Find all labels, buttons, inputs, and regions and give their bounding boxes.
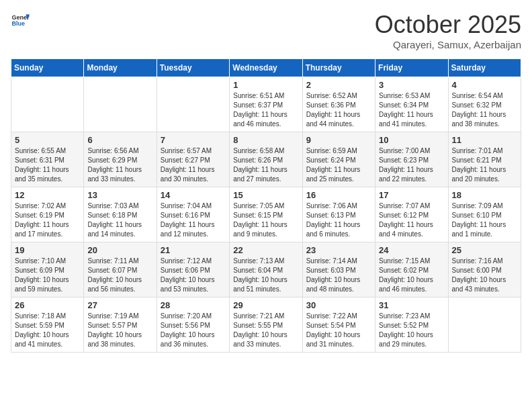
day-number: 24 — [379, 245, 444, 255]
day-of-week-header: Friday — [375, 59, 448, 77]
month-title: October 2025 — [375, 11, 521, 39]
day-info: Sunrise: 7:20 AM Sunset: 5:56 PM Dayligh… — [161, 312, 226, 349]
calendar-cell: 1Sunrise: 6:51 AM Sunset: 6:37 PM Daylig… — [230, 77, 302, 132]
day-info: Sunrise: 7:13 AM Sunset: 6:04 PM Dayligh… — [233, 257, 298, 294]
day-info: Sunrise: 7:11 AM Sunset: 6:07 PM Dayligh… — [87, 257, 152, 294]
calendar-cell: 13Sunrise: 7:03 AM Sunset: 6:18 PM Dayli… — [84, 187, 157, 242]
day-info: Sunrise: 7:10 AM Sunset: 6:09 PM Dayligh… — [15, 257, 80, 294]
day-number: 8 — [233, 135, 298, 145]
day-info: Sunrise: 7:01 AM Sunset: 6:21 PM Dayligh… — [452, 146, 517, 184]
calendar-cell: 16Sunrise: 7:06 AM Sunset: 6:13 PM Dayli… — [302, 187, 375, 242]
day-info: Sunrise: 6:57 AM Sunset: 6:27 PM Dayligh… — [161, 146, 226, 184]
day-info: Sunrise: 7:06 AM Sunset: 6:13 PM Dayligh… — [306, 201, 371, 239]
calendar-cell: 30Sunrise: 7:22 AM Sunset: 5:54 PM Dayli… — [302, 298, 375, 353]
page-header: General Blue October 2025 Qarayeri, Samu… — [11, 11, 521, 50]
logo: General Blue — [11, 11, 30, 30]
day-info: Sunrise: 7:22 AM Sunset: 5:54 PM Dayligh… — [306, 312, 371, 349]
day-of-week-header: Sunday — [11, 59, 84, 77]
calendar-cell — [448, 298, 521, 353]
day-number: 25 — [452, 245, 517, 255]
day-info: Sunrise: 6:56 AM Sunset: 6:29 PM Dayligh… — [87, 146, 152, 184]
svg-text:Blue: Blue — [11, 20, 25, 27]
day-info: Sunrise: 7:23 AM Sunset: 5:52 PM Dayligh… — [379, 312, 444, 349]
day-number: 21 — [161, 245, 226, 255]
calendar-cell: 15Sunrise: 7:05 AM Sunset: 6:15 PM Dayli… — [230, 187, 302, 242]
day-number: 22 — [233, 245, 298, 255]
day-number: 18 — [452, 190, 517, 200]
day-of-week-header: Thursday — [302, 59, 375, 77]
calendar-cell: 9Sunrise: 6:59 AM Sunset: 6:24 PM Daylig… — [302, 132, 375, 187]
calendar-cell: 27Sunrise: 7:19 AM Sunset: 5:57 PM Dayli… — [84, 298, 157, 353]
calendar-cell: 25Sunrise: 7:16 AM Sunset: 6:00 PM Dayli… — [448, 242, 521, 298]
day-number: 11 — [452, 135, 517, 145]
calendar-week-row: 19Sunrise: 7:10 AM Sunset: 6:09 PM Dayli… — [11, 242, 521, 298]
day-number: 28 — [161, 300, 226, 310]
day-info: Sunrise: 6:52 AM Sunset: 6:36 PM Dayligh… — [306, 91, 371, 129]
calendar-cell: 22Sunrise: 7:13 AM Sunset: 6:04 PM Dayli… — [230, 242, 302, 298]
calendar-cell: 31Sunrise: 7:23 AM Sunset: 5:52 PM Dayli… — [375, 298, 448, 353]
day-info: Sunrise: 7:02 AM Sunset: 6:19 PM Dayligh… — [15, 201, 80, 239]
calendar-cell: 18Sunrise: 7:09 AM Sunset: 6:10 PM Dayli… — [448, 187, 521, 242]
day-info: Sunrise: 7:15 AM Sunset: 6:02 PM Dayligh… — [379, 257, 444, 294]
title-block: October 2025 Qarayeri, Samux, Azerbaijan — [375, 11, 521, 50]
day-of-week-header: Wednesday — [230, 59, 302, 77]
day-number: 10 — [379, 135, 444, 145]
calendar-week-row: 5Sunrise: 6:55 AM Sunset: 6:31 PM Daylig… — [11, 132, 521, 187]
day-number: 4 — [452, 80, 517, 90]
calendar-cell: 6Sunrise: 6:56 AM Sunset: 6:29 PM Daylig… — [84, 132, 157, 187]
day-info: Sunrise: 7:18 AM Sunset: 5:59 PM Dayligh… — [15, 312, 80, 349]
calendar-cell: 20Sunrise: 7:11 AM Sunset: 6:07 PM Dayli… — [84, 242, 157, 298]
day-number: 12 — [15, 190, 80, 200]
day-number: 2 — [306, 80, 371, 90]
day-info: Sunrise: 6:53 AM Sunset: 6:34 PM Dayligh… — [379, 91, 444, 129]
day-info: Sunrise: 7:16 AM Sunset: 6:00 PM Dayligh… — [452, 257, 517, 294]
calendar-cell: 11Sunrise: 7:01 AM Sunset: 6:21 PM Dayli… — [448, 132, 521, 187]
day-number: 20 — [87, 245, 152, 255]
calendar-cell: 21Sunrise: 7:12 AM Sunset: 6:06 PM Dayli… — [157, 242, 229, 298]
day-info: Sunrise: 7:04 AM Sunset: 6:16 PM Dayligh… — [161, 201, 226, 239]
day-info: Sunrise: 7:21 AM Sunset: 5:55 PM Dayligh… — [233, 312, 298, 349]
day-number: 13 — [87, 190, 152, 200]
day-info: Sunrise: 7:05 AM Sunset: 6:15 PM Dayligh… — [233, 201, 298, 239]
calendar-cell: 4Sunrise: 6:54 AM Sunset: 6:32 PM Daylig… — [448, 77, 521, 132]
calendar-header-row: SundayMondayTuesdayWednesdayThursdayFrid… — [11, 59, 521, 77]
calendar-cell: 12Sunrise: 7:02 AM Sunset: 6:19 PM Dayli… — [11, 187, 84, 242]
calendar-week-row: 12Sunrise: 7:02 AM Sunset: 6:19 PM Dayli… — [11, 187, 521, 242]
day-info: Sunrise: 7:09 AM Sunset: 6:10 PM Dayligh… — [452, 201, 517, 239]
day-info: Sunrise: 6:54 AM Sunset: 6:32 PM Dayligh… — [452, 91, 517, 129]
calendar-cell: 7Sunrise: 6:57 AM Sunset: 6:27 PM Daylig… — [157, 132, 229, 187]
day-number: 26 — [15, 300, 80, 310]
day-info: Sunrise: 7:19 AM Sunset: 5:57 PM Dayligh… — [87, 312, 152, 349]
calendar-table: SundayMondayTuesdayWednesdayThursdayFrid… — [11, 58, 521, 353]
calendar-cell — [84, 77, 157, 132]
day-number: 15 — [233, 190, 298, 200]
calendar-cell: 24Sunrise: 7:15 AM Sunset: 6:02 PM Dayli… — [375, 242, 448, 298]
calendar-cell: 17Sunrise: 7:07 AM Sunset: 6:12 PM Dayli… — [375, 187, 448, 242]
day-of-week-header: Monday — [84, 59, 157, 77]
day-number: 19 — [15, 245, 80, 255]
calendar-cell: 19Sunrise: 7:10 AM Sunset: 6:09 PM Dayli… — [11, 242, 84, 298]
calendar-cell: 14Sunrise: 7:04 AM Sunset: 6:16 PM Dayli… — [157, 187, 229, 242]
calendar-cell: 8Sunrise: 6:58 AM Sunset: 6:26 PM Daylig… — [230, 132, 302, 187]
calendar-week-row: 1Sunrise: 6:51 AM Sunset: 6:37 PM Daylig… — [11, 77, 521, 132]
calendar-cell: 10Sunrise: 7:00 AM Sunset: 6:23 PM Dayli… — [375, 132, 448, 187]
day-number: 7 — [161, 135, 226, 145]
location: Qarayeri, Samux, Azerbaijan — [375, 39, 521, 50]
day-number: 17 — [379, 190, 444, 200]
day-number: 23 — [306, 245, 371, 255]
day-number: 9 — [306, 135, 371, 145]
calendar-cell: 26Sunrise: 7:18 AM Sunset: 5:59 PM Dayli… — [11, 298, 84, 353]
day-info: Sunrise: 6:59 AM Sunset: 6:24 PM Dayligh… — [306, 146, 371, 184]
calendar-cell: 5Sunrise: 6:55 AM Sunset: 6:31 PM Daylig… — [11, 132, 84, 187]
calendar-cell — [11, 77, 84, 132]
day-number: 31 — [379, 300, 444, 310]
day-number: 29 — [233, 300, 298, 310]
day-number: 6 — [87, 135, 152, 145]
calendar-cell: 3Sunrise: 6:53 AM Sunset: 6:34 PM Daylig… — [375, 77, 448, 132]
day-number: 1 — [233, 80, 298, 90]
day-of-week-header: Tuesday — [157, 59, 229, 77]
day-number: 14 — [161, 190, 226, 200]
day-info: Sunrise: 7:03 AM Sunset: 6:18 PM Dayligh… — [87, 201, 152, 239]
day-number: 30 — [306, 300, 371, 310]
day-info: Sunrise: 6:58 AM Sunset: 6:26 PM Dayligh… — [233, 146, 298, 184]
